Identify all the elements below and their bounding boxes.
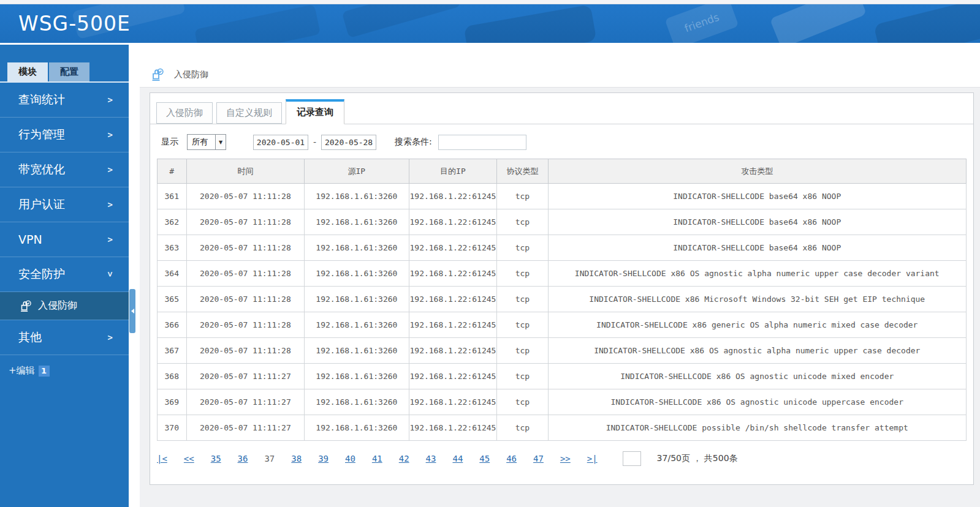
tab-intrusion-prevention[interactable]: 入侵防御 [156, 102, 213, 124]
page-link[interactable]: 41 [372, 454, 382, 464]
sidebar-item-others[interactable]: 其他 > [0, 320, 129, 355]
stamp-icon [18, 299, 32, 313]
previous-page-button[interactable]: << [184, 454, 194, 464]
date-range-separator: - [313, 137, 316, 147]
next-page-button[interactable]: >> [560, 454, 571, 464]
sidebar-tab-label: 配置 [60, 66, 78, 78]
intrusion-log-panel: 入侵防御 自定义规则 记录查询 显示 所有 ▼ - [150, 92, 974, 485]
cell-time: 2020-05-07 11:11:28 [186, 312, 305, 338]
sidebar-item-label: VPN [18, 233, 108, 246]
cell-attack-type: INDICATOR-SHELLCODE x86 OS agnostic alph… [548, 261, 966, 287]
sidebar-item-label: 入侵防御 [38, 299, 113, 312]
page-link[interactable]: 43 [426, 454, 436, 464]
page-link[interactable]: 46 [506, 454, 517, 464]
sidebar-item-security-protection[interactable]: 安全防护 > [0, 257, 129, 292]
page-link[interactable]: 39 [318, 454, 329, 464]
page-link[interactable]: 38 [291, 454, 302, 464]
sidebar-item-user-authentication[interactable]: 用户认证 > [0, 187, 129, 222]
intrusion-log-table: # 时间 源IP 目的IP 协议类型 攻击类型 361 2020-05-07 1… [157, 159, 967, 441]
date-to-input[interactable] [321, 135, 376, 150]
table-row: 366 2020-05-07 11:11:28 192.168.1.61:326… [158, 312, 967, 338]
cell-time: 2020-05-07 11:11:27 [186, 389, 305, 415]
cell-source-ip: 192.168.1.61:3260 [305, 389, 409, 415]
cell-destination-ip: 192.168.1.22:61245 [409, 389, 497, 415]
cell-time: 2020-05-07 11:11:28 [186, 235, 305, 261]
sidebar-item-intrusion-prevention[interactable]: 入侵防御 [0, 292, 129, 320]
table-header-row: # 时间 源IP 目的IP 协议类型 攻击类型 [158, 159, 967, 184]
table-row: 363 2020-05-07 11:11:28 192.168.1.61:326… [158, 235, 967, 261]
cell-time: 2020-05-07 11:11:28 [186, 209, 305, 235]
search-condition-input[interactable] [438, 135, 526, 150]
page-link[interactable]: 45 [479, 454, 490, 464]
page-link[interactable]: 44 [452, 454, 463, 464]
breadcrumb: 入侵防御 [140, 43, 980, 87]
cell-source-ip: 192.168.1.61:3260 [305, 184, 409, 209]
table-row: 364 2020-05-07 11:11:28 192.168.1.61:326… [158, 261, 967, 287]
page-link[interactable]: 40 [345, 454, 355, 464]
cell-destination-ip: 192.168.1.22:61245 [409, 261, 497, 287]
cell-protocol: tcp [497, 209, 548, 235]
cell-destination-ip: 192.168.1.22:61245 [409, 235, 497, 261]
goto-page-input[interactable] [623, 451, 641, 466]
sidebar-item-vpn[interactable]: VPN > [0, 222, 129, 257]
panel-tab-bar: 入侵防御 自定义规则 记录查询 [150, 93, 973, 124]
pagination-info: 37/50页 ， 共500条 [657, 453, 738, 464]
cell-protocol: tcp [497, 338, 548, 364]
cell-destination-ip: 192.168.1.22:61245 [409, 415, 497, 441]
table-row: 361 2020-05-07 11:11:28 192.168.1.61:326… [158, 184, 967, 209]
search-condition-label: 搜索条件: [395, 137, 432, 148]
cell-attack-type: INDICATOR-SHELLCODE x86 generic OS alpha… [548, 312, 966, 338]
keyboard-decoration [770, 4, 867, 43]
page-link[interactable]: 35 [211, 454, 221, 464]
first-page-button[interactable]: |< [157, 454, 167, 464]
cell-source-ip: 192.168.1.61:3260 [305, 261, 409, 287]
select-value: 所有 [188, 135, 215, 149]
cell-destination-ip: 192.168.1.22:61245 [409, 338, 497, 364]
main-content: 入侵防御 入侵防御 自定义规则 记录查询 显示 [140, 43, 980, 507]
sidebar-item-query-statistics[interactable]: 查询统计 > [0, 83, 129, 118]
column-header-destination-ip: 目的IP [409, 159, 497, 184]
keyboard-keycap-text: friends [683, 11, 721, 35]
page-link[interactable]: 36 [238, 454, 248, 464]
table-row: 362 2020-05-07 11:11:28 192.168.1.61:326… [158, 209, 967, 235]
last-page-button[interactable]: >| [587, 454, 598, 464]
sidebar-collapse-handle[interactable] [129, 289, 135, 333]
sidebar-tab-modules[interactable]: 模块 [7, 62, 48, 81]
cell-index: 364 [158, 261, 187, 287]
sidebar-tab-config[interactable]: 配置 [49, 62, 89, 81]
table-row: 368 2020-05-07 11:11:27 192.168.1.61:326… [158, 364, 967, 389]
keyboard-decoration [463, 4, 596, 43]
tab-custom-rules[interactable]: 自定义规则 [216, 102, 282, 124]
sidebar-item-label: 带宽优化 [18, 162, 108, 178]
cell-index: 361 [158, 184, 187, 209]
cell-protocol: tcp [497, 364, 548, 389]
chevron-right-icon: > [108, 165, 113, 175]
page-link[interactable]: 37 [264, 454, 275, 464]
select-dropdown-arrow-icon[interactable]: ▼ [215, 135, 226, 149]
page-link[interactable]: 42 [399, 454, 409, 464]
chevron-right-icon: > [108, 200, 113, 209]
column-header-attack-type: 攻击类型 [548, 159, 966, 184]
sidebar-edit-button[interactable]: +编辑 1 [9, 365, 129, 377]
cell-index: 368 [158, 364, 187, 389]
cell-destination-ip: 192.168.1.22:61245 [409, 312, 497, 338]
cell-attack-type: INDICATOR-SHELLCODE x86 OS agnostic unic… [548, 389, 966, 415]
cell-source-ip: 192.168.1.61:3260 [305, 415, 409, 441]
cell-protocol: tcp [497, 184, 548, 209]
date-from-input[interactable] [253, 135, 308, 150]
tab-record-query[interactable]: 记录查询 [286, 99, 344, 124]
page-link[interactable]: 47 [533, 454, 544, 464]
display-filter-select[interactable]: 所有 ▼ [187, 134, 226, 150]
cell-protocol: tcp [497, 287, 548, 312]
sidebar-item-behavior-management[interactable]: 行为管理 > [0, 118, 129, 152]
cell-time: 2020-05-07 11:11:28 [186, 338, 305, 364]
sidebar-item-bandwidth-optimization[interactable]: 带宽优化 > [0, 152, 129, 187]
table-row: 365 2020-05-07 11:11:28 192.168.1.61:326… [158, 287, 967, 312]
cell-source-ip: 192.168.1.61:3260 [305, 338, 409, 364]
page-title: 入侵防御 [174, 69, 208, 80]
sidebar-item-label: 其他 [18, 329, 108, 345]
table-row: 369 2020-05-07 11:11:27 192.168.1.61:326… [158, 389, 967, 415]
chevron-down-icon: > [105, 272, 115, 277]
cell-time: 2020-05-07 11:11:28 [186, 184, 305, 209]
chevron-right-icon: > [108, 95, 113, 105]
